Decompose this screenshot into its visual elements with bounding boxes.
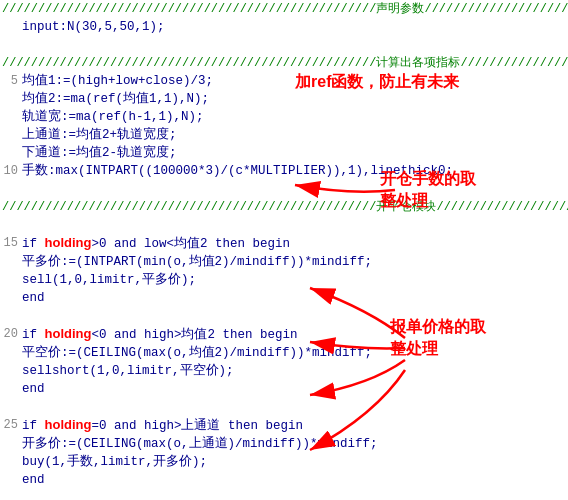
blank-line-5 (0, 398, 568, 416)
code-line-8: 上通道:=均值2+轨道宽度; (0, 126, 568, 144)
blank-line-6 (0, 489, 568, 500)
price-annotation: 报单价格的取整处理 (390, 316, 486, 360)
code-line-25: 25 if holding=0 and high>上通道 then begin (0, 416, 568, 435)
code-line-7: 轨道宽:=ma(ref(h-1,1),N); (0, 108, 568, 126)
code-line-10: 10 手数:max(INTPART((100000*3)/(c*MULTIPLI… (0, 162, 568, 180)
code-area: ////////////////////////////////////////… (0, 0, 568, 500)
code-line-23: end (0, 380, 568, 398)
divider-2: ////////////////////////////////////////… (0, 54, 568, 72)
blank-line-3 (0, 216, 568, 234)
code-line-5: 5 均值1:=(high+low+close)/3; (0, 72, 568, 90)
code-line-6: 均值2:=ma(ref(均值1,1),N); (0, 90, 568, 108)
blank-line (0, 36, 568, 54)
code-line-17: sell(1,0,limitr,平多价); (0, 271, 568, 289)
code-line: input:N(30,5,50,1); (0, 18, 568, 36)
blank-line-2 (0, 180, 568, 198)
code-line-27: buy(1,手数,limitr,开多价); (0, 453, 568, 471)
code-line-26: 开多价:=(CEILING(max(o,上通道)/mindiff))*mindi… (0, 435, 568, 453)
open-annotation: 开仓手数的取整处理 (380, 168, 476, 212)
ref-annotation: 加ref函数，防止有未来 (295, 72, 459, 93)
divider-3: ////////////////////////////////////////… (0, 198, 568, 216)
code-line-15: 15 if holding>0 and low<均值2 then begin (0, 234, 568, 253)
code-line-28: end (0, 471, 568, 489)
code-line-22: sellshort(1,0,limitr,平空价); (0, 362, 568, 380)
code-line-18: end (0, 289, 568, 307)
code-line-9: 下通道:=均值2-轨道宽度; (0, 144, 568, 162)
divider-1: ////////////////////////////////////////… (0, 0, 568, 18)
code-line-16: 平多价:=(INTPART(min(o,均值2)/mindiff))*mindi… (0, 253, 568, 271)
